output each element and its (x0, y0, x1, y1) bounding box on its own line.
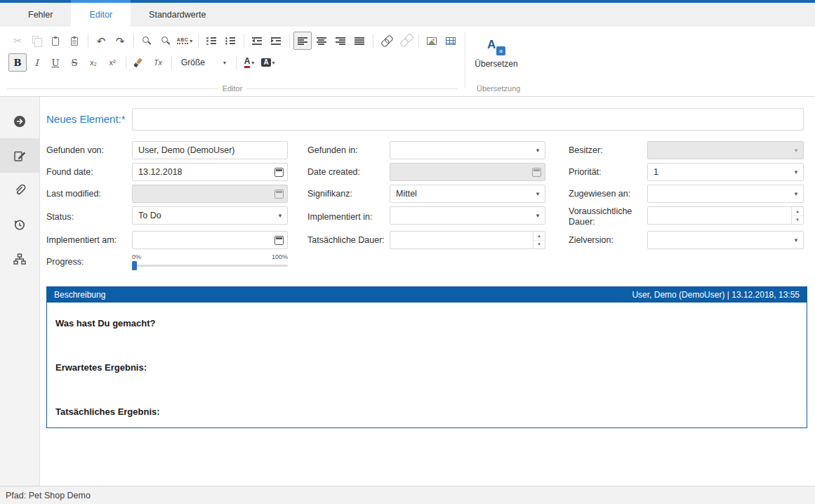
spinner-down-icon[interactable]: ▾ (534, 241, 545, 249)
calendar-icon[interactable] (270, 168, 287, 177)
description-editor[interactable]: Was hast Du gemacht? Erwartetes Ergebnis… (47, 303, 807, 427)
gefunden-in-select[interactable]: ▾ (390, 141, 545, 159)
align-left-icon[interactable] (293, 32, 312, 50)
paste-text-icon[interactable] (65, 32, 84, 50)
undo-icon[interactable]: ↶ (92, 32, 110, 50)
slider-track[interactable] (132, 265, 288, 267)
unlink-icon (399, 35, 411, 46)
spinner-up-icon[interactable]: ▴ (534, 232, 545, 241)
ribbon-group-label: Editor (223, 84, 243, 93)
bullet-list-icon (225, 37, 235, 45)
toolbar-row-1: ✂↶↷ABC▾ (8, 32, 465, 50)
slider-handle[interactable] (132, 261, 137, 270)
zielversion-select[interactable]: ▾ (647, 231, 804, 249)
tatsaechliche-dauer-spinner[interactable]: ▴ ▾ (390, 231, 545, 249)
field-label-gefunden-in: Gefunden in: (288, 141, 390, 159)
tab-fehler[interactable]: Fehler (10, 3, 71, 27)
toolbar-separator (126, 55, 126, 69)
status-bar: Pfad: Pet Shop Demo (0, 486, 815, 504)
calendar-icon[interactable] (270, 236, 287, 245)
bold-icon[interactable]: B (8, 53, 27, 72)
justify-icon (355, 37, 364, 45)
table-icon[interactable] (442, 32, 460, 50)
zoom-icon[interactable] (138, 32, 156, 50)
attachments-icon (13, 183, 27, 197)
prioritaet-select[interactable]: 1 ▾ (647, 163, 804, 181)
redo-icon[interactable]: ↷ (111, 32, 129, 50)
status-select[interactable]: To Do ▾ (132, 206, 288, 225)
toolbar-separator (418, 34, 419, 48)
numbered-list-icon[interactable] (202, 32, 220, 50)
clear-format-icon[interactable]: Tx (149, 53, 167, 72)
field-label-implementiert-in: Implementiert in: (288, 206, 390, 227)
translate-button[interactable]: A a Übersetzen (468, 34, 524, 73)
spinner-down-icon[interactable]: ▾ (792, 216, 803, 225)
chevron-down-icon: ▾ (789, 168, 803, 175)
outdent-icon[interactable] (248, 32, 266, 50)
description-meta: User, Demo (DemoUser) | 13.12.2018, 13:5… (632, 290, 800, 300)
chevron-down-icon: ▾ (531, 147, 545, 154)
toolbar-row-2: BIUSx₂x²TxGröße▾A▾A▾ (8, 53, 465, 72)
sidebar-edit-button[interactable] (0, 138, 39, 173)
sidebar-forward-button[interactable] (0, 104, 39, 138)
table-icon (446, 37, 456, 45)
spinner-up-icon[interactable]: ▴ (792, 207, 803, 216)
found-date-input[interactable]: 13.12.2018 (132, 163, 288, 181)
tab-editor[interactable]: Editor (71, 3, 131, 27)
subscript-icon[interactable]: x₂ (84, 53, 102, 72)
undo-icon: ↶ (97, 36, 106, 46)
field-label-signifikanz: Signifikanz: (288, 185, 390, 203)
paste-icon[interactable] (46, 32, 65, 50)
fill-color-icon[interactable]: A▾ (259, 53, 277, 72)
description-header: Beschreibung User, Demo (DemoUser) | 13.… (47, 287, 807, 303)
link-icon[interactable] (377, 32, 395, 50)
align-center-icon[interactable] (312, 32, 331, 50)
align-right-icon[interactable] (331, 32, 350, 50)
zugewiesen-an-select[interactable]: ▾ (647, 185, 804, 203)
sidebar-attachments-button[interactable] (0, 173, 39, 207)
field-label-zugewiesen-an: Zugewiesen an: (545, 185, 647, 203)
italic-icon: I (34, 58, 38, 67)
bullet-list-icon[interactable] (221, 32, 239, 50)
italic-icon[interactable]: I (27, 53, 46, 72)
description-panel: Beschreibung User, Demo (DemoUser) | 13.… (46, 286, 807, 428)
main-area: Neues Element:* Gefunden von: Gefunden i… (0, 97, 815, 486)
implementiert-in-select[interactable]: ▾ (390, 206, 545, 225)
chevron-down-icon: ▾ (789, 190, 803, 197)
translate-icon: A a (487, 39, 505, 55)
format-painter-icon[interactable] (130, 53, 148, 72)
strikethrough-icon[interactable]: S (65, 53, 84, 72)
superscript-icon[interactable]: x² (103, 53, 121, 72)
form-grid: Gefunden von: Gefunden in: ▾ Besitzer: ▾… (46, 141, 804, 271)
font-color-icon[interactable]: A▾ (240, 53, 258, 72)
implementiert-am-input[interactable] (132, 231, 288, 249)
spellcheck-icon: ABC (177, 37, 189, 44)
path-text: Pfad: Pet Shop Demo (6, 491, 91, 500)
editor-content: Neues Element:* Gefunden von: Gefunden i… (40, 97, 815, 486)
toolbar-separator (289, 34, 290, 48)
justify-icon[interactable] (350, 32, 369, 50)
signifikanz-select[interactable]: Mittel ▾ (390, 185, 545, 203)
font-size-dropdown[interactable]: Größe▾ (175, 53, 232, 72)
image-icon[interactable] (423, 32, 441, 50)
progress-slider[interactable]: 0% 100% (132, 253, 288, 271)
sidebar-hierarchy-button[interactable] (0, 241, 39, 276)
field-label-zielversion: Zielversion: (545, 231, 647, 249)
tab-label: Fehler (28, 10, 53, 20)
spellcheck-icon[interactable]: ABC▾ (175, 32, 194, 50)
dropdown-arrow-icon: ▾ (272, 60, 275, 66)
voraussichtliche-dauer-spinner[interactable]: ▴ ▾ (647, 206, 804, 225)
indent-icon[interactable] (267, 32, 285, 50)
ribbon-group-label: Übersetzung (477, 84, 520, 93)
toolbar-separator (88, 34, 88, 48)
align-left-icon (298, 37, 307, 45)
sidebar-history-button[interactable] (0, 207, 39, 241)
underline-icon[interactable]: U (46, 53, 65, 72)
translate-button-label: Übersetzen (475, 59, 517, 69)
font-color-icon: A (244, 57, 251, 68)
new-element-title-input[interactable] (132, 108, 804, 131)
gefunden-von-input[interactable] (132, 141, 288, 159)
field-label-implementiert-am: Implementiert am: (46, 231, 132, 249)
tab-standardwerte[interactable]: Standardwerte (131, 3, 224, 27)
replace-icon[interactable] (157, 32, 175, 50)
